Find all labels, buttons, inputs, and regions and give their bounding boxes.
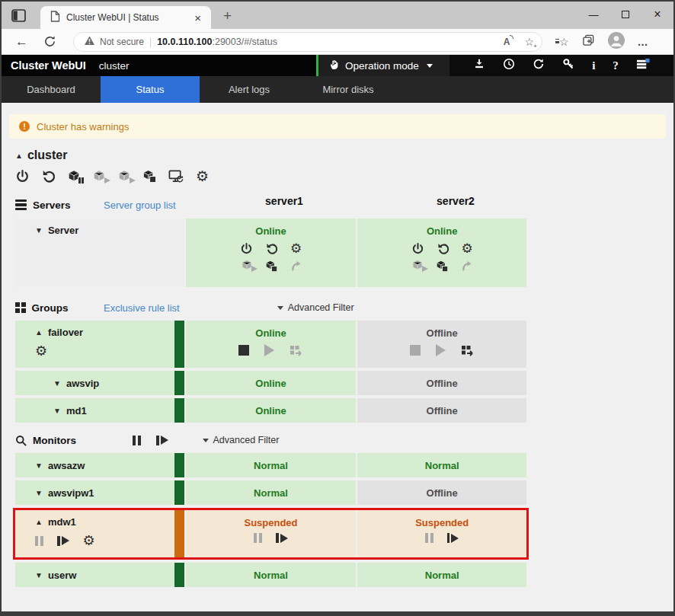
monitor-resume-icon[interactable] <box>276 533 288 543</box>
security-label[interactable]: Not secure <box>100 37 144 47</box>
download-icon[interactable] <box>473 58 485 73</box>
monitor-settings-icon[interactable]: ⚙ <box>83 534 95 547</box>
reload-icon[interactable] <box>533 58 545 73</box>
server2-failover-cell: Offline <box>357 321 526 368</box>
server-power-icon[interactable] <box>240 241 253 255</box>
browser-menu-icon[interactable]: … <box>638 36 649 48</box>
server-reboot-icon[interactable] <box>437 241 449 255</box>
collections-icon[interactable] <box>582 34 595 49</box>
resume-all-monitors-icon[interactable] <box>156 436 168 445</box>
server-row-label[interactable]: ▼Server <box>15 219 184 287</box>
help-icon[interactable]: ? <box>613 59 619 72</box>
server2-awsvip-cell: Offline <box>357 371 526 395</box>
group-start-icon[interactable] <box>436 344 446 356</box>
collapse-icon[interactable]: ▲ <box>35 518 43 526</box>
expand-icon[interactable]: ▼ <box>35 461 43 470</box>
tab-status[interactable]: Status <box>101 76 200 103</box>
group-move-icon[interactable] <box>290 343 303 357</box>
server2-server-status-cell: Online ⚙ <box>357 219 526 287</box>
monitors-heading: Monitors <box>33 435 76 446</box>
collapse-icon[interactable]: ▲ <box>15 152 23 160</box>
license-icon[interactable] <box>636 58 650 73</box>
server-reboot-icon[interactable] <box>265 241 278 255</box>
group-row-md1: ▼md1 Online Offline <box>15 398 526 423</box>
operation-mode-label: Operation mode <box>345 60 419 72</box>
monitor-pause-icon[interactable] <box>254 533 262 543</box>
restart-manager-icon[interactable] <box>168 168 184 183</box>
address-bar[interactable]: Not secure | 10.0.110.100:29003/#/status… <box>73 32 542 52</box>
monitor-resume-icon[interactable] <box>447 533 459 543</box>
profile-avatar[interactable] <box>608 32 625 52</box>
monitor-resume-icon[interactable] <box>57 536 69 546</box>
minimize-icon[interactable]: — <box>577 9 609 21</box>
tab-close-icon[interactable]: × <box>190 11 205 24</box>
vertical-tabs-icon[interactable] <box>11 9 26 22</box>
monitor-pause-icon[interactable] <box>35 536 43 546</box>
close-icon[interactable]: × <box>641 8 673 21</box>
add-favorite-icon[interactable]: ☆+ <box>524 36 534 48</box>
group-start-icon[interactable] <box>264 344 274 356</box>
settings-icon[interactable]: ⚙ <box>196 169 209 184</box>
pause-all-monitors-icon[interactable] <box>133 436 141 445</box>
group-move-icon[interactable] <box>461 343 475 357</box>
key-icon[interactable] <box>562 58 574 73</box>
groups-heading: Groups <box>32 302 69 314</box>
info-icon[interactable]: i <box>592 59 595 72</box>
server-group-list-link[interactable]: Server group list <box>104 199 176 211</box>
group-stop-icon[interactable] <box>238 345 249 356</box>
monitor-name: mdw1 <box>48 516 76 528</box>
column-header-server2: server2 <box>371 195 540 207</box>
server-stop-group-icon[interactable] <box>265 258 278 272</box>
new-tab-icon[interactable]: + <box>223 8 232 24</box>
server-start-group-icon[interactable] <box>411 259 424 271</box>
stop-cluster-icon[interactable] <box>142 168 157 183</box>
server-stop-group-icon[interactable] <box>436 258 449 272</box>
back-icon[interactable]: ← <box>15 34 28 49</box>
expand-icon[interactable]: ▼ <box>35 571 43 579</box>
browser-refresh-icon[interactable] <box>43 35 56 48</box>
group-label-md1[interactable]: ▼md1 <box>15 398 174 423</box>
group-label-failover[interactable]: ▲failover ⚙ <box>15 321 174 368</box>
monitor-label-awsazw[interactable]: ▼awsazw <box>15 453 174 477</box>
monitor-name: userw <box>48 570 77 581</box>
group-label-awsvip[interactable]: ▼awsvip <box>15 371 174 395</box>
expand-icon[interactable]: ▼ <box>53 379 61 388</box>
monitor-label-userw[interactable]: ▼userw <box>15 563 174 587</box>
status-text: Suspended <box>244 517 297 528</box>
browser-tab[interactable]: Cluster WebUI | Status × <box>40 6 211 29</box>
server-power-icon[interactable] <box>411 241 424 255</box>
server-start-group-icon[interactable] <box>241 259 253 271</box>
monitor-pause-icon[interactable] <box>425 533 433 543</box>
url-text[interactable]: 10.0.110.100:29003/#/status <box>157 37 497 47</box>
server-failback-icon[interactable] <box>461 258 472 272</box>
start-cluster-icon[interactable] <box>117 169 131 183</box>
operation-mode-dropdown[interactable]: Operation mode <box>318 55 449 76</box>
tab-alert-logs[interactable]: Alert logs <box>200 76 299 103</box>
expand-icon[interactable]: ▼ <box>35 226 43 235</box>
server1-userw-cell: Normal <box>186 563 357 587</box>
monitor-label-awsvipw1[interactable]: ▼awsvipw1 <box>15 480 174 505</box>
tab-mirror-disks[interactable]: Mirror disks <box>299 76 398 103</box>
monitors-advanced-filter[interactable]: Advanced Filter <box>203 435 280 445</box>
groups-advanced-filter[interactable]: Advanced Filter <box>277 302 354 313</box>
tab-dashboard[interactable]: Dashboard <box>2 76 101 103</box>
exclusive-rule-list-link[interactable]: Exclusive rule list <box>104 302 180 314</box>
expand-icon[interactable]: ▼ <box>53 407 61 415</box>
favorites-icon[interactable]: ☆ <box>559 36 569 48</box>
group-settings-icon[interactable]: ⚙ <box>35 344 47 358</box>
suspend-cluster-icon[interactable] <box>67 169 81 183</box>
expand-icon[interactable]: ▼ <box>35 489 43 497</box>
server-failback-icon[interactable] <box>290 258 302 272</box>
monitor-status-bar <box>174 480 184 505</box>
undo-icon[interactable] <box>41 168 56 183</box>
resume-cluster-icon[interactable] <box>92 169 106 183</box>
server-settings-icon[interactable]: ⚙ <box>290 242 302 255</box>
maximize-icon[interactable] <box>609 9 641 21</box>
monitor-label-mdw1[interactable]: ▲mdw1 ⚙ <box>15 510 174 557</box>
power-icon[interactable] <box>15 168 30 183</box>
server-settings-icon[interactable]: ⚙ <box>462 242 473 255</box>
collapse-icon[interactable]: ▲ <box>35 328 43 337</box>
read-aloud-icon[interactable]: A <box>504 37 514 47</box>
time-icon[interactable] <box>503 58 515 73</box>
group-stop-icon[interactable] <box>410 345 421 356</box>
